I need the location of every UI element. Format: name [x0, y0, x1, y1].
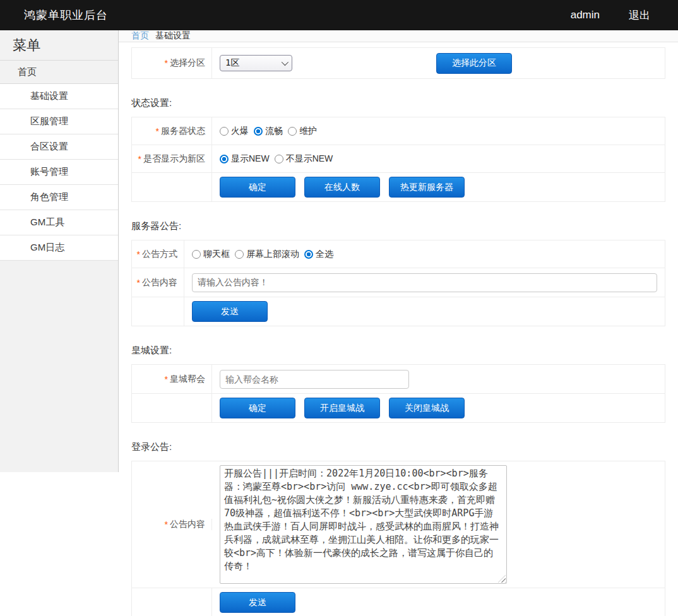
server-status-label: * 服务器状态	[132, 117, 212, 145]
required-mark: *	[137, 278, 140, 288]
breadcrumb-home-link[interactable]: 首页	[131, 30, 149, 42]
radio-label: 不显示NEW	[286, 153, 333, 165]
required-mark: *	[165, 58, 168, 68]
radio-server-smooth[interactable]: 流畅	[254, 126, 283, 137]
partition-label: * 选择分区	[132, 48, 212, 78]
notice-content-label-text: 公告内容	[142, 277, 177, 288]
required-mark: *	[137, 249, 140, 259]
palace-section-title: 皇城设置:	[131, 345, 665, 357]
palace-guild-input[interactable]	[220, 370, 409, 389]
radio-icon	[275, 155, 283, 163]
radio-label: 维护	[299, 126, 317, 137]
radio-hide-new[interactable]: 不显示NEW	[275, 153, 333, 165]
sidebar-item-account-management[interactable]: 账号管理	[0, 160, 118, 185]
sidebar-item-server-management[interactable]: 区服管理	[0, 109, 118, 134]
required-mark: *	[165, 519, 168, 530]
sidebar-item-role-management[interactable]: 角色管理	[0, 185, 118, 210]
server-notice-table: * 公告方式 聊天框 屏幕上部滚动	[131, 240, 665, 326]
required-mark: *	[138, 154, 141, 164]
breadcrumb: 首页 基础设置	[119, 30, 678, 42]
status-section-title: 状态设置:	[131, 97, 665, 109]
notice-method-label: * 公告方式	[132, 240, 184, 268]
sidebar-item-basic-settings[interactable]: 基础设置	[0, 84, 118, 109]
login-notice-content-label: * 公告内容	[132, 519, 212, 530]
radio-select-all[interactable]: 全选	[304, 249, 333, 260]
breadcrumb-current: 基础设置	[155, 30, 191, 42]
status-table: * 服务器状态 火爆 流畅	[131, 117, 665, 202]
radio-label: 显示NEW	[231, 153, 270, 165]
radio-icon	[220, 155, 229, 163]
logout-link[interactable]: 退出	[629, 8, 650, 23]
confirm-status-button[interactable]: 确定	[220, 177, 295, 198]
sidebar-title: 菜单	[0, 30, 118, 61]
login-notice-table: * 公告内容 开服公告|||开启时间：2022年1月20日10:00<br><b…	[131, 461, 665, 616]
radio-label: 流畅	[265, 126, 283, 137]
sidebar: 菜单 首页 基础设置 区服管理 合区设置 账号管理 角色管理 GM工具 GM日志	[0, 30, 119, 616]
notice-content-label: * 公告内容	[132, 268, 184, 297]
main-area: 首页 基础设置 * 选择分区 1区 选择此分	[119, 30, 678, 616]
required-mark: *	[156, 126, 159, 136]
empty-label-cell	[132, 297, 184, 326]
login-notice-content-label-text: 公告内容	[170, 519, 205, 530]
radio-chat-box[interactable]: 聊天框	[192, 249, 230, 260]
radio-label: 火爆	[231, 126, 249, 137]
partition-table: * 选择分区 1区 选择此分区	[131, 47, 665, 79]
empty-label-cell	[132, 173, 212, 201]
notice-content-input[interactable]	[192, 273, 657, 292]
radio-label: 全选	[316, 249, 333, 260]
radio-icon	[192, 250, 201, 259]
partition-select[interactable]: 1区	[220, 55, 292, 71]
notice-method-label-text: 公告方式	[142, 249, 177, 260]
radio-icon	[254, 127, 263, 136]
chevron-down-icon	[282, 59, 288, 66]
radio-screen-scroll[interactable]: 屏幕上部滚动	[235, 249, 299, 260]
radio-server-maintenance[interactable]: 维护	[288, 126, 317, 137]
page-content: * 选择分区 1区 选择此分区 状态设置:	[119, 42, 678, 616]
select-partition-button[interactable]: 选择此分区	[436, 53, 512, 74]
radio-icon	[304, 250, 313, 259]
send-login-notice-button[interactable]: 发送	[220, 592, 295, 613]
sidebar-item-gm-tools[interactable]: GM工具	[0, 210, 118, 235]
radio-label: 屏幕上部滚动	[246, 249, 299, 260]
palace-guild-label: * 皇城帮会	[132, 365, 212, 393]
empty-label-cell	[132, 394, 212, 422]
close-palace-war-button[interactable]: 关闭皇城战	[389, 398, 465, 418]
online-count-button[interactable]: 在线人数	[304, 177, 380, 198]
radio-show-new[interactable]: 显示NEW	[220, 153, 270, 165]
hot-update-server-button[interactable]: 热更新服务器	[389, 177, 465, 198]
radio-icon	[235, 250, 244, 259]
send-notice-button[interactable]: 发送	[192, 301, 268, 322]
radio-server-hot[interactable]: 火爆	[220, 126, 249, 137]
required-mark: *	[165, 374, 168, 384]
partition-label-text: 选择分区	[170, 57, 205, 69]
login-notice-section-title: 登录公告:	[131, 441, 665, 453]
show-new-label: * 是否显示为新区	[132, 145, 212, 172]
empty-label-cell	[132, 588, 212, 616]
palace-guild-label-text: 皇城帮会	[170, 374, 205, 385]
server-notice-section-title: 服务器公告:	[131, 220, 665, 232]
user-menu[interactable]: admin	[571, 9, 600, 21]
radio-icon	[220, 127, 229, 136]
open-palace-war-button[interactable]: 开启皇城战	[304, 398, 380, 418]
sidebar-item-gm-logs[interactable]: GM日志	[0, 235, 118, 261]
server-status-label-text: 服务器状态	[161, 126, 205, 137]
confirm-palace-button[interactable]: 确定	[220, 398, 295, 418]
sidebar-item-home[interactable]: 首页	[0, 61, 118, 84]
palace-table: * 皇城帮会 确定 开启皇城战 关闭皇城战	[131, 364, 665, 423]
radio-icon	[288, 127, 297, 136]
radio-label: 聊天框	[203, 249, 230, 260]
sidebar-item-merge-settings[interactable]: 合区设置	[0, 134, 118, 160]
login-notice-textarea[interactable]: 开服公告|||开启时间：2022年1月20日10:00<br><br>服务器：鸿…	[220, 465, 507, 584]
top-bar: 鸿蒙单职业后台 admin 退出	[0, 0, 678, 30]
partition-select-value: 1区	[225, 57, 239, 69]
app-title: 鸿蒙单职业后台	[24, 8, 108, 23]
show-new-label-text: 是否显示为新区	[143, 153, 205, 165]
